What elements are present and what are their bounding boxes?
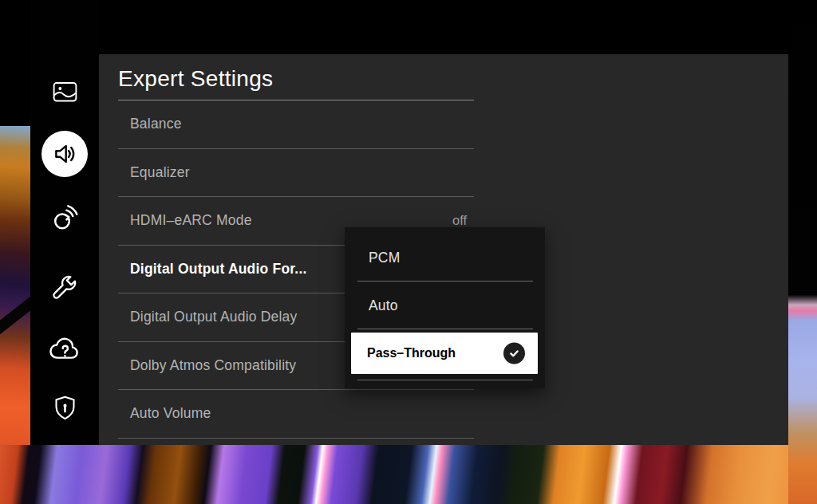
- audio-format-dropdown: PCM Auto Pass–Through: [345, 227, 545, 388]
- menu-item-equalizer[interactable]: Equalizer: [118, 149, 474, 198]
- picture-icon: [53, 81, 77, 103]
- broadcasting-icon: [49, 202, 81, 234]
- wallpaper-left: [0, 126, 30, 445]
- tv-settings-screen: Expert Settings Balance Equalizer HDMI–e…: [0, 0, 817, 504]
- dropdown-divider: [357, 380, 533, 380]
- settings-sidebar: [30, 0, 99, 445]
- menu-item-label: HDMI–eARC Mode: [130, 212, 252, 229]
- menu-item-auto-volume[interactable]: Auto Volume: [118, 390, 474, 439]
- sidebar-item-broadcasting[interactable]: [30, 199, 99, 236]
- dropdown-option-label: Auto: [369, 297, 398, 314]
- check-icon: [503, 343, 525, 364]
- menu-item-label: Dolby Atmos Compatibility: [130, 357, 296, 374]
- menu-item-label: Digital Output Audio For...: [130, 261, 307, 278]
- settings-wrench-icon: [50, 273, 79, 301]
- page-title: Expert Settings: [118, 66, 273, 92]
- dropdown-option-pass-through[interactable]: Pass–Through: [351, 333, 538, 374]
- security-shield-icon: [52, 394, 78, 423]
- menu-item-label: Auto Volume: [130, 405, 211, 422]
- menu-item-label: Equalizer: [130, 164, 190, 181]
- sound-icon: [51, 140, 78, 167]
- support-cloud-icon: [49, 335, 81, 364]
- dropdown-option-auto[interactable]: Auto: [345, 282, 545, 329]
- active-item-circle: [41, 131, 88, 177]
- menu-item-label: Balance: [130, 116, 182, 132]
- menu-item-label: Digital Output Audio Delay: [130, 309, 297, 325]
- sidebar-item-sound[interactable]: [30, 131, 99, 177]
- sidebar-item-general[interactable]: [30, 271, 99, 303]
- sidebar-item-picture[interactable]: [30, 78, 99, 105]
- dropdown-option-pcm[interactable]: PCM: [345, 234, 545, 282]
- sidebar-item-security[interactable]: [30, 392, 99, 424]
- sidebar-item-support[interactable]: [30, 333, 99, 365]
- menu-item-balance[interactable]: Balance: [118, 100, 474, 149]
- dropdown-option-label: PCM: [369, 250, 401, 266]
- wallpaper-right: [788, 0, 817, 504]
- wallpaper-bottom: [0, 445, 817, 504]
- menu-item-value: off: [452, 213, 467, 228]
- dropdown-option-label: Pass–Through: [367, 346, 456, 360]
